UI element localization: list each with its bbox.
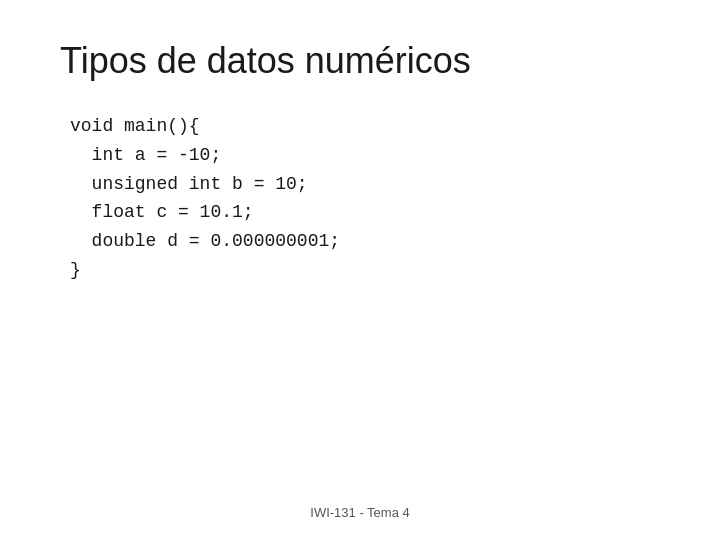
slide-footer: IWI-131 - Tema 4 [0,505,720,520]
code-line-3: unsigned int b = 10; [70,170,660,199]
slide-container: Tipos de datos numéricos void main(){ in… [0,0,720,540]
code-block: void main(){ int a = -10; unsigned int b… [70,112,660,285]
slide-title: Tipos de datos numéricos [60,40,660,82]
code-line-2: int a = -10; [70,141,660,170]
code-line-6: } [70,256,660,285]
code-line-5: double d = 0.000000001; [70,227,660,256]
code-line-4: float c = 10.1; [70,198,660,227]
code-line-1: void main(){ [70,112,660,141]
